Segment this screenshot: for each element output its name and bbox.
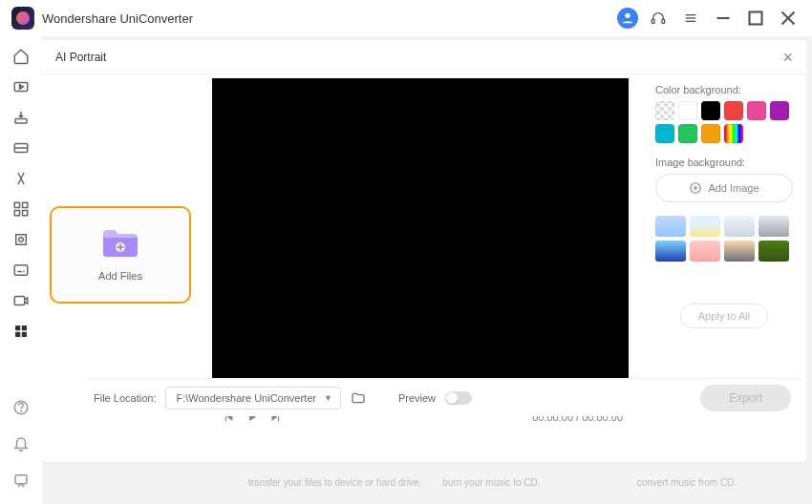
preview-label: Preview (398, 392, 436, 404)
svg-marker-11 (20, 85, 24, 90)
bg-thumbnail[interactable] (724, 241, 755, 262)
color-swatch[interactable] (747, 101, 766, 120)
sidebar-convert-icon[interactable] (6, 73, 36, 101)
video-preview (212, 78, 629, 395)
bg-card-text: burn your music to CD. (442, 477, 617, 488)
svg-rect-31 (15, 475, 27, 484)
file-location-value: F:\Wondershare UniConverter (176, 392, 316, 404)
app-title: Wondershare UniConverter (42, 11, 193, 26)
background-cards: transfer your files to device or hard dr… (153, 462, 812, 502)
sidebar-home-icon[interactable] (6, 42, 36, 71)
minimize-button[interactable] (711, 6, 736, 31)
sidebar-crop-icon[interactable] (6, 225, 36, 254)
svg-rect-16 (23, 202, 28, 207)
svg-point-0 (625, 13, 630, 18)
svg-rect-25 (15, 326, 20, 330)
svg-rect-24 (14, 297, 25, 305)
svg-point-20 (19, 238, 24, 242)
apply-all-button[interactable]: Apply to All (680, 304, 768, 328)
export-button[interactable]: Export (700, 385, 791, 411)
svg-rect-27 (15, 332, 20, 337)
bg-thumbnail[interactable] (655, 241, 686, 262)
svg-rect-26 (22, 326, 27, 330)
panel-close-icon[interactable]: × (782, 49, 793, 66)
sidebar (0, 36, 42, 504)
sidebar-record-icon[interactable] (6, 286, 36, 315)
headset-icon[interactable] (646, 6, 671, 31)
plus-circle-icon (689, 181, 702, 195)
toggle-knob (446, 392, 458, 404)
open-folder-button[interactable] (347, 387, 370, 410)
sidebar-toolbox-icon[interactable] (6, 317, 36, 346)
color-bg-label: Color background: (655, 84, 793, 95)
bg-thumbnail[interactable] (690, 241, 720, 262)
sidebar-subtitle-icon[interactable] (6, 256, 36, 284)
help-icon[interactable] (6, 393, 36, 422)
color-swatch[interactable] (678, 124, 697, 143)
color-swatch[interactable] (701, 124, 720, 143)
panel-title: AI Portrait (55, 51, 106, 64)
svg-rect-12 (15, 119, 27, 124)
app-logo (11, 7, 34, 30)
maximize-button[interactable] (743, 6, 768, 31)
color-swatch[interactable] (655, 101, 674, 120)
sidebar-compress-icon[interactable] (6, 134, 36, 162)
bg-card-text: transfer your files to device or hard dr… (248, 477, 423, 488)
sidebar-merge-icon[interactable] (6, 195, 36, 223)
bg-thumbnail[interactable] (724, 216, 755, 237)
menu-icon[interactable] (678, 6, 703, 31)
bell-icon[interactable] (6, 430, 36, 458)
svg-rect-1 (652, 19, 654, 23)
add-image-button[interactable]: Add Image (655, 174, 793, 202)
color-swatch[interactable] (678, 101, 697, 120)
bg-thumbnail[interactable] (655, 216, 686, 237)
sidebar-download-icon[interactable] (6, 103, 36, 132)
svg-rect-15 (14, 202, 19, 207)
color-swatch[interactable] (701, 101, 720, 120)
svg-rect-7 (750, 12, 762, 25)
svg-rect-21 (14, 265, 28, 276)
sidebar-edit-icon[interactable] (6, 164, 36, 193)
color-swatch[interactable] (770, 101, 789, 120)
color-swatch[interactable] (655, 124, 674, 143)
file-location-label: File Location: (94, 392, 156, 404)
svg-rect-19 (16, 235, 27, 245)
bg-thumbnail[interactable] (690, 216, 720, 237)
add-image-label: Add Image (708, 182, 759, 194)
svg-rect-18 (23, 211, 28, 216)
close-button[interactable] (776, 6, 801, 31)
bg-card-text: convert music from CD. (637, 477, 812, 488)
svg-point-30 (21, 410, 22, 411)
bg-thumbnail[interactable] (759, 216, 789, 237)
svg-rect-28 (22, 332, 27, 337)
user-icon[interactable] (617, 8, 638, 29)
add-files-button[interactable]: Add Files (50, 206, 191, 304)
bg-thumbnail[interactable] (759, 241, 789, 262)
svg-rect-17 (14, 211, 19, 216)
file-location-select[interactable]: F:\Wondershare UniConverter ▼ (165, 387, 340, 410)
folder-plus-icon (101, 228, 139, 262)
feedback-icon[interactable] (6, 466, 36, 494)
color-swatch[interactable] (724, 124, 743, 143)
preview-toggle[interactable] (445, 391, 472, 405)
image-bg-label: Image background: (655, 157, 793, 168)
chevron-down-icon: ▼ (324, 393, 332, 403)
add-files-label: Add Files (98, 270, 142, 282)
color-swatch[interactable] (724, 101, 743, 120)
svg-rect-2 (662, 19, 665, 23)
